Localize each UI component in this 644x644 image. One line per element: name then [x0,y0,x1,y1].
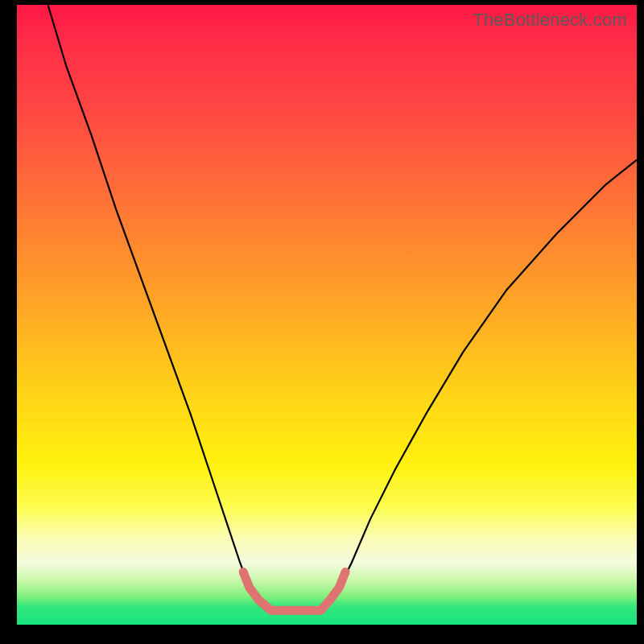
chart-plot-area: TheBottleneck.com [17,5,637,625]
curve-right [308,160,637,611]
bottom-highlight [243,572,345,611]
watermark-text: TheBottleneck.com [473,10,627,31]
chart-frame: TheBottleneck.com [0,0,644,644]
curve-left [48,5,308,610]
chart-svg [17,5,637,625]
